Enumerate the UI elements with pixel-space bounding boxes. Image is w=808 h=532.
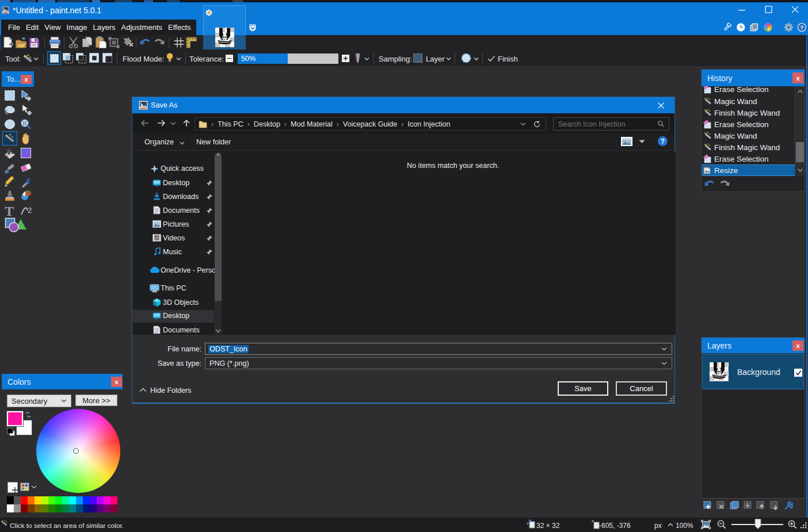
svg-text:?: ? (801, 24, 804, 30)
svg-text:?: ? (661, 137, 665, 146)
svg-text:2: 2 (28, 206, 32, 215)
